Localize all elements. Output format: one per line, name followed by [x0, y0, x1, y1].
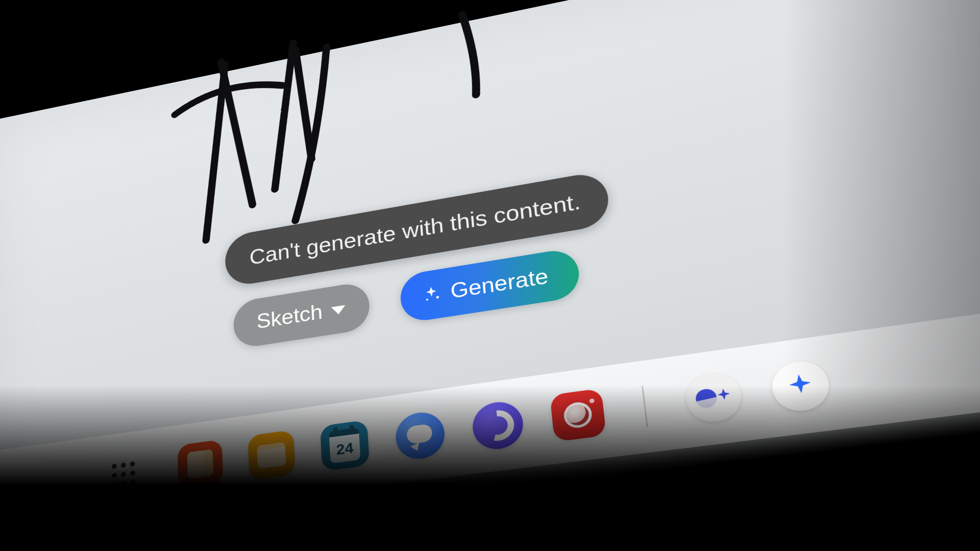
browser-app-icon[interactable]	[471, 399, 525, 452]
dock-separator	[641, 386, 648, 427]
files-app-icon[interactable]	[248, 430, 295, 480]
sparkle-icon	[782, 370, 819, 402]
sparkle-icon	[421, 284, 442, 305]
generate-button-label: Generate	[450, 264, 550, 303]
sketch-mode-label: Sketch	[256, 300, 323, 334]
notes-app-icon[interactable]	[177, 439, 223, 489]
svg-point-0	[436, 296, 439, 299]
calendar-day-label: 24	[329, 428, 361, 464]
calendar-app-icon[interactable]: 24	[320, 420, 369, 471]
planet-sparkle-icon	[691, 381, 736, 414]
messages-app-icon[interactable]	[394, 409, 446, 461]
generate-button[interactable]: Generate	[399, 247, 582, 324]
ai-assistant-icon[interactable]	[769, 358, 833, 414]
tablet-screen: Can't generate with this content. Sketch…	[0, 0, 980, 551]
sketch-mode-button[interactable]: Sketch	[233, 281, 370, 349]
all-apps-button[interactable]	[111, 460, 136, 489]
svg-point-1	[426, 299, 428, 301]
camera-app-icon[interactable]	[550, 388, 606, 442]
recent-app-chip[interactable]	[684, 370, 744, 425]
photo-scene: Can't generate with this content. Sketch…	[0, 0, 980, 551]
chevron-down-icon	[331, 305, 346, 315]
